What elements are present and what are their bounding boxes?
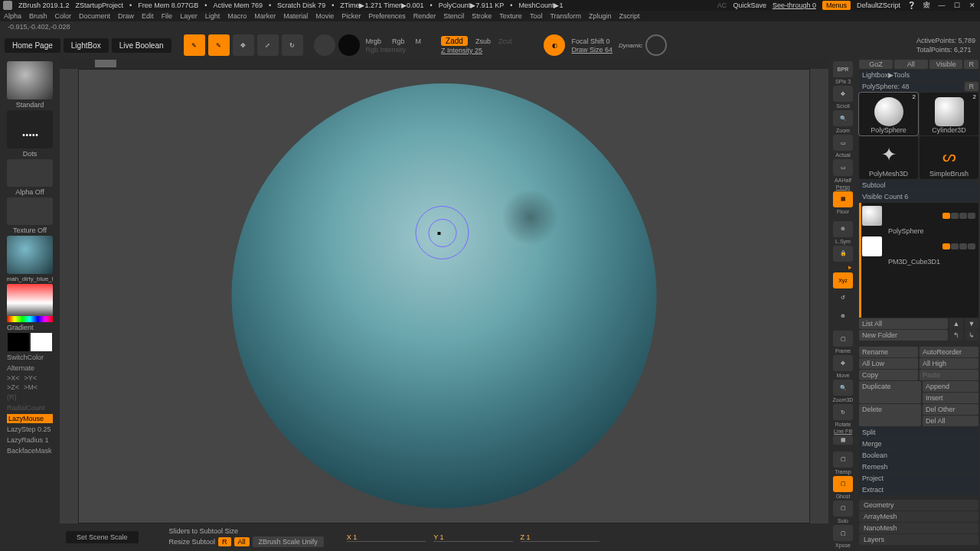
lazystep-slider[interactable]: LazyStep 0.25	[7, 425, 53, 434]
viewport[interactable]	[78, 69, 810, 523]
actual-button[interactable]: ▭	[833, 135, 853, 151]
menu-macro[interactable]: Macro	[227, 12, 247, 20]
menu-render[interactable]: Render	[413, 12, 436, 20]
alternate-button[interactable]: Alternate	[7, 364, 53, 373]
scale-mode-button[interactable]: ⤢	[257, 34, 279, 56]
draw-size-slider[interactable]: Draw Size 64	[571, 46, 612, 54]
menu-stroke[interactable]: Stroke	[472, 12, 492, 20]
zcut-button[interactable]: Zcut	[498, 37, 512, 45]
draw-mode-button[interactable]: ✎	[208, 34, 230, 56]
radial-r[interactable]: (R)	[7, 393, 53, 402]
moveup-icon[interactable]: ▲	[949, 318, 963, 329]
set-scene-scale-button[interactable]: Set Scene Scale	[66, 531, 139, 543]
menu-light[interactable]: Light	[205, 12, 220, 20]
minimize-icon[interactable]: —	[937, 1, 946, 10]
local-sym-button[interactable]: ⊕	[833, 221, 853, 237]
material-thumbnail[interactable]	[7, 236, 53, 274]
rotate-mode-button[interactable]: ↻	[282, 34, 303, 56]
duplicate-button[interactable]: Duplicate	[859, 381, 921, 403]
menu-tool[interactable]: Tool	[530, 12, 543, 20]
menus-button[interactable]: Menus	[822, 1, 851, 10]
bpr-button[interactable]: BPR	[833, 61, 853, 77]
y-scale[interactable]: Y 1	[433, 533, 512, 542]
subtool-item-polysphere[interactable]	[861, 204, 977, 227]
dynamic-toggle[interactable]: Dynamic	[619, 42, 642, 49]
move-mode-button[interactable]: ✥	[233, 34, 254, 56]
center-button[interactable]: ⊕	[833, 308, 853, 324]
transp-button[interactable]: ▢	[833, 452, 853, 468]
arraymesh-section[interactable]: ArrayMesh	[859, 511, 978, 522]
xyz-button[interactable]: Xyz	[833, 272, 853, 289]
menu-texture[interactable]: Texture	[499, 12, 522, 20]
sym-x[interactable]: >X<	[7, 374, 20, 382]
live-boolean-button[interactable]: Live Boolean	[112, 38, 172, 53]
menu-preferences[interactable]: Preferences	[368, 12, 406, 20]
tool-polymesh3d[interactable]: ✦PolyMesh3D	[859, 136, 918, 179]
project-section[interactable]: Project	[859, 473, 978, 484]
solo-button[interactable]: ▢	[833, 500, 853, 517]
tool-cylinder3d[interactable]: 2Cylinder3D	[920, 93, 978, 135]
menu-file[interactable]: File	[162, 12, 173, 20]
remesh-section[interactable]: Remesh	[859, 461, 978, 472]
mrgb-circle-icon[interactable]	[314, 34, 335, 56]
secondary-color-swatch[interactable]	[8, 333, 29, 351]
focal-shift-slider[interactable]: Focal Shift 0	[571, 37, 612, 45]
settings-icon[interactable]: 🕸	[922, 1, 931, 10]
aahalf-button[interactable]: ▭	[833, 159, 853, 175]
extract-section[interactable]: Extract	[859, 484, 978, 495]
sym-y[interactable]: >Y<	[24, 374, 38, 382]
menu-alpha[interactable]: Alpha	[4, 12, 21, 20]
goz-visible-button[interactable]: Visible	[929, 60, 963, 69]
radial-count[interactable]: RadialCount	[7, 403, 53, 412]
frame-button[interactable]: ▢	[833, 331, 853, 347]
zoom-button[interactable]: 🔍	[833, 110, 853, 126]
movedown-icon[interactable]: ▼	[965, 318, 978, 329]
rgb-intensity-slider[interactable]: Rgb Intensity	[366, 46, 422, 54]
seethrough-slider[interactable]: See-through 0	[773, 2, 816, 9]
persp-button[interactable]: Persp	[836, 184, 850, 190]
goz-button[interactable]: GoZ	[859, 60, 893, 69]
sliders-to-subtool-button[interactable]: Sliders to Subtool Size	[169, 527, 324, 535]
menu-edit[interactable]: Edit	[142, 12, 154, 20]
menu-layer[interactable]: Layer	[180, 12, 198, 20]
delete-button[interactable]: Delete	[859, 404, 921, 426]
delother-button[interactable]: Del Other	[923, 404, 978, 415]
menu-brush[interactable]: Brush	[29, 12, 47, 20]
goz-all-button[interactable]: All	[894, 60, 928, 69]
geometry-section[interactable]: Geometry	[859, 500, 978, 510]
gradient-toggle[interactable]: Gradient	[7, 324, 53, 331]
folder-down-icon[interactable]: ↳	[965, 330, 978, 341]
brush-thumbnail[interactable]	[7, 61, 53, 99]
zbrush-scale-unify-button[interactable]: ZBrush Scale Unify	[253, 536, 324, 547]
tool-polysphere[interactable]: 2PolySphere	[859, 93, 918, 135]
home-page-button[interactable]: Home Page	[5, 38, 60, 53]
menu-stencil[interactable]: Stencil	[443, 12, 464, 20]
close-icon[interactable]: ✕	[968, 1, 977, 10]
lightbox-tools-link[interactable]: Lightbox▶Tools	[859, 70, 978, 80]
texture-thumbnail[interactable]	[7, 197, 53, 225]
rotate3d-button[interactable]: ↻	[833, 404, 853, 420]
resize-subtool-button[interactable]: Resize Subtool	[169, 538, 216, 546]
sym-z[interactable]: >Z<	[7, 383, 19, 391]
allhigh-button[interactable]: All High	[920, 358, 978, 369]
x-scale[interactable]: X 1	[347, 533, 426, 542]
insert-button[interactable]: Insert	[923, 393, 978, 403]
autoreorder-button[interactable]: AutoReorder	[920, 347, 978, 357]
subtool-item-cube[interactable]	[861, 235, 977, 258]
append-button[interactable]: Append	[923, 381, 978, 392]
z-intensity-slider[interactable]: Z Intensity 25	[441, 47, 511, 54]
xpose-button[interactable]: ▢	[833, 525, 853, 541]
merge-section[interactable]: Merge	[859, 439, 978, 449]
boolean-section[interactable]: Boolean	[859, 450, 978, 461]
menu-movie[interactable]: Movie	[315, 12, 334, 20]
edit-mode-button[interactable]: ✎	[184, 34, 205, 56]
menu-material[interactable]: Material	[283, 12, 308, 20]
all-chip[interactable]: All	[234, 537, 250, 546]
split-section[interactable]: Split	[859, 427, 978, 438]
sym-m[interactable]: >M<	[24, 383, 38, 391]
linefill-label[interactable]: Line Fill	[834, 429, 852, 434]
rgb-label[interactable]: Rgb	[392, 37, 405, 45]
rgb-circle-icon[interactable]	[338, 34, 360, 56]
paste-button[interactable]: Paste	[920, 370, 978, 380]
stroke-thumbnail[interactable]	[7, 110, 53, 148]
